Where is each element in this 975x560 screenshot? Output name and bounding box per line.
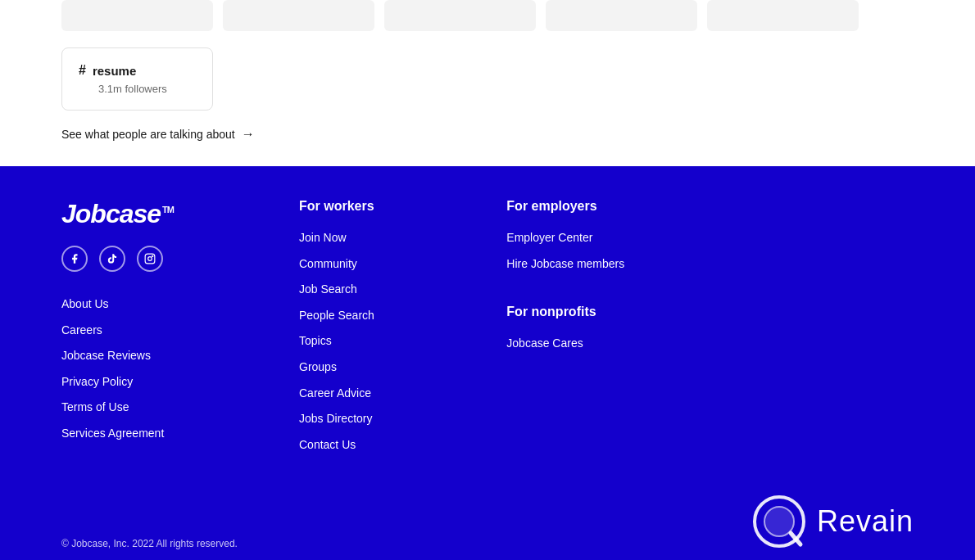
logo-text: Jobcase — [61, 199, 161, 228]
hash-icon: # — [79, 63, 86, 78]
arrow-right-icon: → — [242, 127, 255, 142]
instagram-icon[interactable] — [137, 246, 163, 272]
revain-text: Revain — [817, 504, 914, 539]
footer-col-empty — [706, 199, 914, 453]
for-nonprofits-heading: For nonprofits — [506, 305, 697, 319]
svg-point-2 — [152, 255, 153, 256]
card-1 — [61, 0, 213, 31]
footer-link-topics[interactable]: Topics — [299, 333, 490, 350]
logo-tm: TM — [162, 205, 174, 215]
footer-link-contact-us[interactable]: Contact Us — [299, 437, 490, 454]
footer-link-career-advice[interactable]: Career Advice — [299, 386, 490, 402]
footer-link-about-us[interactable]: About Us — [61, 296, 274, 313]
company-links: About Us Careers Jobcase Reviews Privacy… — [61, 296, 274, 442]
footer-link-community[interactable]: Community — [299, 256, 490, 273]
see-what-link[interactable]: See what people are talking about → — [61, 127, 914, 142]
for-workers-links: Join Now Community Job Search People Sea… — [299, 230, 490, 453]
social-icons-row — [61, 246, 274, 272]
footer-grid: JobcaseTM — [61, 199, 914, 453]
see-what-text: See what people are talking about — [61, 128, 235, 141]
resume-card-header: # resume — [79, 63, 196, 78]
jobcase-logo: JobcaseTM — [61, 199, 174, 229]
for-workers-col: For workers Join Now Community Job Searc… — [291, 199, 498, 453]
resume-card: # resume 3.1m followers — [61, 47, 213, 111]
svg-rect-0 — [145, 254, 155, 264]
footer-bottom: © Jobcase, Inc. 2022 All rights reserved… — [61, 485, 914, 549]
revain-logo: Revain — [751, 494, 914, 549]
footer-link-services-agreement[interactable]: Services Agreement — [61, 426, 274, 442]
footer: JobcaseTM — [0, 166, 975, 560]
logo-area: JobcaseTM — [61, 199, 291, 453]
revain-symbol-icon — [751, 494, 807, 549]
footer-link-careers[interactable]: Careers — [61, 323, 274, 339]
resume-followers: 3.1m followers — [98, 83, 196, 95]
card-2 — [223, 0, 374, 31]
copyright-text: © Jobcase, Inc. 2022 All rights reserved… — [61, 538, 238, 549]
tiktok-icon[interactable] — [99, 246, 125, 272]
footer-link-employer-center[interactable]: Employer Center — [506, 230, 697, 246]
for-nonprofits-links: Jobcase Cares — [506, 336, 697, 352]
for-employers-links: Employer Center Hire Jobcase members — [506, 230, 697, 272]
for-workers-heading: For workers — [299, 199, 490, 214]
facebook-icon[interactable] — [61, 246, 88, 272]
footer-link-groups[interactable]: Groups — [299, 359, 490, 376]
card-4 — [546, 0, 697, 31]
footer-link-job-search[interactable]: Job Search — [299, 282, 490, 298]
for-employers-heading: For employers — [506, 199, 697, 214]
footer-link-jobcase-cares[interactable]: Jobcase Cares — [506, 336, 697, 352]
cards-row — [61, 0, 914, 31]
footer-link-hire-jobcase-members[interactable]: Hire Jobcase members — [506, 256, 697, 273]
footer-link-join-now[interactable]: Join Now — [299, 230, 490, 246]
svg-point-1 — [148, 257, 152, 261]
for-employers-col: For employers Employer Center Hire Jobca… — [498, 199, 705, 453]
top-section: # resume 3.1m followers See what people … — [0, 0, 975, 166]
footer-link-terms-of-use[interactable]: Terms of Use — [61, 400, 274, 416]
footer-link-jobs-directory[interactable]: Jobs Directory — [299, 411, 490, 427]
card-3 — [384, 0, 536, 31]
footer-link-privacy-policy[interactable]: Privacy Policy — [61, 374, 274, 391]
card-5 — [707, 0, 859, 31]
footer-link-people-search[interactable]: People Search — [299, 308, 490, 324]
logo-container: JobcaseTM — [61, 199, 274, 229]
resume-title: resume — [93, 64, 136, 78]
footer-link-jobcase-reviews[interactable]: Jobcase Reviews — [61, 348, 274, 364]
